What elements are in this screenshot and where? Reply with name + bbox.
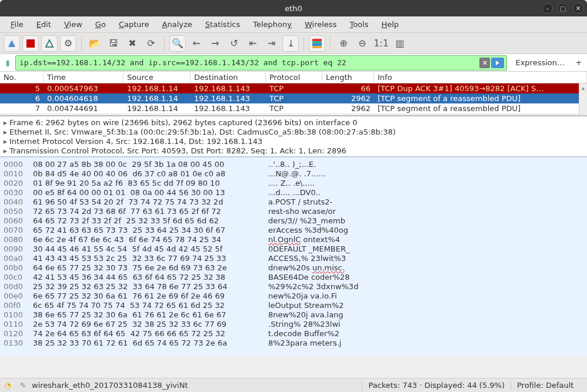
window-titlebar: eth0 – ▢ ✕ xyxy=(0,0,587,16)
open-file-button[interactable]: 📂 xyxy=(86,35,103,52)
packet-row[interactable]: 50.000547963192.168.1.14192.168.1.143TCP… xyxy=(0,83,587,93)
menu-edit[interactable]: Edit xyxy=(31,18,57,31)
col-header-len[interactable]: Length xyxy=(322,72,374,83)
hex-row[interactable]: 010038 6e 65 77 25 32 30 6a 61 76 61 2e … xyxy=(4,310,583,320)
menu-go[interactable]: Go xyxy=(89,18,112,31)
hex-row[interactable]: 000008 00 27 a5 8b 38 00 0c 29 5f 3b 1a … xyxy=(4,160,583,169)
resize-columns-button[interactable]: ▥ xyxy=(392,35,408,52)
col-header-no[interactable]: No. xyxy=(0,72,44,83)
hex-row[interactable]: 00c042 41 53 45 36 34 44 65 63 6f 64 65 … xyxy=(4,273,583,282)
close-file-button[interactable]: ✖ xyxy=(124,35,141,52)
svg-rect-5 xyxy=(312,43,322,46)
colorize-button[interactable] xyxy=(309,35,325,52)
stop-capture-button[interactable] xyxy=(22,35,39,52)
packet-list-scrollbar[interactable]: ▴ xyxy=(579,83,587,115)
menu-tools[interactable]: Tools xyxy=(343,18,374,31)
hex-row[interactable]: 004061 96 50 4f 53 54 20 2f 73 74 72 75 … xyxy=(4,197,583,207)
clear-filter-button[interactable]: ✕ xyxy=(479,58,490,68)
col-header-dst[interactable]: Destination xyxy=(191,72,266,83)
apply-filter-button[interactable] xyxy=(491,58,504,68)
detail-line[interactable]: ▸Transmission Control Protocol, Src Port… xyxy=(2,146,585,155)
expression-button[interactable]: Expression… xyxy=(509,58,571,67)
jump-icon: ↺ xyxy=(230,38,238,49)
menu-analyze[interactable]: Analyze xyxy=(156,18,198,31)
zoom-out-button[interactable]: ⊖ xyxy=(354,35,371,52)
add-filter-button[interactable]: + xyxy=(573,58,585,67)
zoom-reset-button[interactable]: 1:1 xyxy=(373,35,389,52)
expert-info-icon[interactable]: ◔ xyxy=(0,381,15,390)
packet-details[interactable]: ▸Frame 6: 2962 bytes on wire (23696 bits… xyxy=(0,116,587,157)
menu-help[interactable]: Help xyxy=(375,18,405,31)
go-last-button[interactable]: ⇥ xyxy=(264,35,280,52)
hex-row[interactable]: 00100b 84 d5 4e 40 00 40 06 d6 37 c0 a8 … xyxy=(4,169,583,179)
window-maximize-button[interactable]: ▢ xyxy=(558,3,568,14)
hex-row[interactable]: 003000 e5 8f 64 00 00 01 01 08 0a 00 44 … xyxy=(4,188,583,197)
bookmark-filter-icon[interactable]: ▮ xyxy=(2,58,13,68)
col-header-src[interactable]: Source xyxy=(124,72,191,83)
capture-options-button[interactable]: ⚙ xyxy=(60,35,76,52)
hex-row[interactable]: 012074 2e 64 65 63 6f 64 65 42 75 66 66 … xyxy=(4,329,583,339)
detail-line[interactable]: ▸Frame 6: 2962 bytes on wire (23696 bits… xyxy=(2,118,585,127)
hex-row[interactable]: 00806e 6c 2e 4f 67 6e 6c 43 6f 6e 74 65 … xyxy=(4,235,583,244)
hex-row[interactable]: 00e06e 65 77 25 32 30 6a 61 76 61 2e 69 … xyxy=(4,292,583,301)
capture-file-name: wireshark_eth0_20170331084138_yiviNt xyxy=(31,381,362,390)
go-next-button[interactable]: → xyxy=(207,35,224,52)
hex-row[interactable]: 013038 25 32 33 70 61 72 61 6d 65 74 65 … xyxy=(4,339,583,348)
expand-icon[interactable]: ▸ xyxy=(2,146,8,155)
window-minimize-button[interactable]: – xyxy=(542,3,553,14)
reload-button[interactable]: ⟳ xyxy=(143,35,159,52)
zoom-in-button[interactable]: ⊕ xyxy=(335,35,352,52)
go-prev-button[interactable]: ← xyxy=(188,35,205,52)
find-packet-button[interactable]: 🔍 xyxy=(169,35,186,52)
menu-view[interactable]: View xyxy=(58,18,88,31)
hex-row[interactable]: 005072 65 73 74 2d 73 68 6f 77 63 61 73 … xyxy=(4,207,583,216)
hex-row[interactable]: 00a041 43 43 45 53 53 2c 25 32 33 6c 77 … xyxy=(4,254,583,263)
menu-statistics[interactable]: Statistics xyxy=(199,18,246,31)
go-conversation-button[interactable]: ↺ xyxy=(226,35,242,52)
gear-icon: ⚙ xyxy=(64,38,72,49)
arrow-right-icon: → xyxy=(211,38,219,49)
svg-marker-2 xyxy=(46,40,53,47)
auto-scroll-button[interactable]: ⤓ xyxy=(282,35,299,52)
packet-bytes[interactable]: 000008 00 27 a5 8b 38 00 0c 29 5f 3b 1a … xyxy=(0,157,587,357)
profile-label[interactable]: Profile: Default xyxy=(511,381,587,390)
hex-row[interactable]: 01102e 53 74 72 69 6e 67 25 32 38 25 32 … xyxy=(4,320,583,329)
zoom-out-icon: ⊖ xyxy=(358,38,366,49)
hex-row[interactable]: 006064 65 72 73 2f 33 2f 2f 25 32 33 5f … xyxy=(4,216,583,226)
expand-icon[interactable]: ▸ xyxy=(2,128,8,136)
packet-count: Packets: 743 · Displayed: 44 (5.9%) xyxy=(362,381,511,390)
packet-row[interactable]: 60.004604618192.168.1.14192.168.1.143TCP… xyxy=(0,93,587,103)
expand-icon[interactable]: ▸ xyxy=(2,118,8,127)
hex-row[interactable]: 009030 44 45 46 41 55 4c 54 5f 4d 45 4d … xyxy=(4,244,583,254)
restart-capture-button[interactable] xyxy=(41,35,58,52)
menu-file[interactable]: File xyxy=(5,18,29,31)
svg-rect-3 xyxy=(312,39,322,41)
capture-file-icon[interactable]: ✎ xyxy=(15,381,31,390)
hex-row[interactable]: 00d025 32 39 25 32 63 25 32 33 64 78 6e … xyxy=(4,282,583,292)
save-button[interactable]: 🖫 xyxy=(105,35,122,52)
packet-list-body[interactable]: 50.000547963192.168.1.14192.168.1.143TCP… xyxy=(0,83,587,115)
window-close-button[interactable]: ✕ xyxy=(573,3,583,14)
detail-line[interactable]: ▸Internet Protocol Version 4, Src: 192.1… xyxy=(2,136,585,146)
menu-wireless[interactable]: Wireless xyxy=(299,18,342,31)
go-first-button[interactable]: ⇤ xyxy=(245,35,261,52)
scroll-up-icon[interactable]: ▴ xyxy=(579,83,587,92)
menu-capture[interactable]: Capture xyxy=(113,18,155,31)
reload-icon: ⟳ xyxy=(147,38,155,49)
display-filter-input[interactable]: ip.dst==192.168.1.14/32 and ip.src==192.… xyxy=(15,55,507,71)
last-icon: ⇥ xyxy=(268,38,275,49)
hex-row[interactable]: 00b064 6e 65 77 25 32 30 73 75 6e 2e 6d … xyxy=(4,263,583,273)
hex-row[interactable]: 007065 72 41 63 63 65 73 73 25 33 64 25 … xyxy=(4,226,583,235)
expand-icon[interactable]: ▸ xyxy=(2,137,8,146)
detail-line[interactable]: ▸Ethernet II, Src: Vmware_5f:3b:1a (00:0… xyxy=(2,127,585,136)
menu-telephony[interactable]: Telephony xyxy=(247,18,298,31)
col-header-proto[interactable]: Protocol xyxy=(266,72,322,83)
col-header-info[interactable]: Info xyxy=(374,72,587,83)
hex-row[interactable]: 002001 8f 9e 91 20 5a a2 f6 83 65 5c dd … xyxy=(4,179,583,188)
col-header-time[interactable]: Time xyxy=(44,72,124,83)
zoom-in-icon: ⊕ xyxy=(339,38,347,49)
hex-row[interactable]: 00f06c 65 4f 75 74 70 75 74 53 74 72 65 … xyxy=(4,301,583,310)
columns-icon: ▥ xyxy=(395,38,404,49)
start-capture-button[interactable] xyxy=(4,35,20,52)
packet-row[interactable]: 70.004744691192.168.1.14192.168.1.143TCP… xyxy=(0,103,587,113)
